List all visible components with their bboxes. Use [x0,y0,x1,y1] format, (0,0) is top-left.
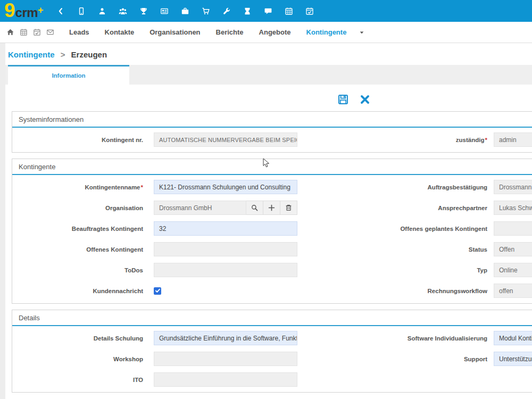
ansprechpartner-input[interactable]: Lukas Schwarz [494,201,532,215]
auftragsbest-tigung-input[interactable]: Drossmann Sch [494,180,532,194]
kontingentenname-input[interactable]: K121- Drossmann Schulungen und Consultin… [154,180,297,194]
details-schulung-input[interactable]: Grundsätzliche Einführung in die Softwar… [154,331,297,345]
kundennachricht-checkbox[interactable] [154,287,161,295]
nav-item-berichte[interactable]: Berichte [216,28,244,36]
support-label: Support [297,356,487,362]
workshop-label: Workshop [12,356,143,362]
form-row: Kontingent nr.AUTOMATISCHE NUMMERVERGABE… [12,129,297,150]
auftragsbest-tigung-label: Auftragsbestätigung [297,184,487,190]
cart-icon[interactable] [202,7,210,15]
form-sections: SysteminformationenKontingent nr.AUTOMAT… [12,111,532,393]
nav-item-kontakte[interactable]: Kontakte [105,28,135,36]
ito-label: ITO [12,377,143,383]
todos-input[interactable] [154,263,297,277]
section-systeminformationen: SysteminformationenKontingent nr.AUTOMAT… [12,111,532,153]
nav-item-leads[interactable]: Leads [69,28,89,36]
kontingentenname-label: Kontingentenname* [12,184,143,190]
ansprechpartner-label: Ansprechpartner [297,205,487,211]
rechnungsworkflow-label: Rechnungsworkflow [297,288,487,294]
breadcrumb-current: Erzeugen [71,50,107,59]
software-individualisierung-input[interactable]: Modul Konting [494,331,532,345]
form-row: StatusOffen [297,239,532,260]
topbar-icon-menu [56,7,326,15]
mobile-icon[interactable] [77,7,86,15]
section-title: Systeminformationen [12,112,532,128]
ito-input[interactable] [154,372,297,387]
home-icon[interactable] [6,28,14,36]
breadcrumb-parent-link[interactable]: Kontingente [8,50,55,59]
delete-button[interactable] [280,201,297,215]
offenes-kontingent-label: Offenes Kontingent [12,246,143,253]
app-logo[interactable]: 9crm+ [4,3,44,19]
calendar-check-icon[interactable] [33,28,41,36]
nav-item-organisationen[interactable]: Organisationen [149,28,200,36]
close-button[interactable] [359,94,371,105]
form-row: OrganisationDrossmann GmbH [12,197,297,218]
form-row: Workshop [12,348,297,369]
organisation-input[interactable]: Drossmann GmbH [154,201,246,215]
section-kontingente: KontingenteKontingentenname*K121- Drossm… [12,159,532,304]
comment-icon[interactable] [264,7,272,15]
tab-strip: Information [5,65,532,85]
section-details: DetailsDetails SchulungGrundsätzliche Ei… [12,310,532,393]
typ-input[interactable]: Online [494,263,532,277]
organisation-lookup: Drossmann GmbH [154,201,297,215]
chevron-down-icon[interactable] [359,29,365,36]
support-input[interactable]: Unterstützung [494,352,532,366]
beauftragtes-kontingent-input[interactable]: 32 [154,221,297,236]
form-row: Details SchulungGrundsätzliche Einführun… [12,328,297,348]
offenes-geplantes-kontingent-input[interactable] [494,221,532,236]
status-label: Status [297,246,487,253]
chevron-left-icon[interactable] [56,7,65,15]
workshop-input[interactable] [154,352,297,366]
briefcase-icon[interactable] [181,7,189,15]
hourglass-icon[interactable] [243,7,252,15]
search-button[interactable] [246,201,263,215]
software-individualisierung-label: Software Individualisierung [297,335,487,342]
trophy-icon[interactable] [139,7,148,15]
wrench-icon[interactable] [222,7,231,15]
add-button[interactable] [263,201,280,215]
zust-ndig-label: zuständig* [297,137,487,143]
breadcrumb: Kontingente > Erzeugen [5,43,532,65]
logo-text: crm [15,6,38,19]
form-row: Offenes geplantes Kontingent [297,218,532,239]
users-icon[interactable] [119,7,127,15]
form-row: zuständig*admin [297,129,532,150]
main-nav: LeadsKontakteOrganisationenBerichteAngeb… [0,22,532,43]
content-panel: Kontingente > Erzeugen Information Syste… [5,43,532,392]
form-content: SysteminformationenKontingent nr.AUTOMAT… [5,93,532,399]
kontingent-nr-label: Kontingent nr. [12,137,143,143]
calendar-icon[interactable] [285,7,293,15]
offenes-geplantes-kontingent-label: Offenes geplantes Kontingent [297,226,487,232]
typ-label: Typ [297,267,487,273]
nav-item-angebote[interactable]: Angebote [259,28,291,36]
form-row: ITO [12,369,297,390]
form-row: SupportUnterstützung [297,348,532,369]
form-row: Offenes Kontingent [12,239,297,260]
record-toolbar [337,93,532,106]
kontingent-nr-input[interactable]: AUTOMATISCHE NUMMERVERGABE BEIM SPEICHER… [154,132,297,147]
check-icon [155,288,161,294]
logo-number: 9 [4,3,15,19]
required-marker: * [141,184,143,190]
form-row: Beauftragtes Kontingent32 [12,218,297,239]
user-icon[interactable] [98,7,106,15]
form-row: TypOnline [297,260,532,280]
form-row: Kundennachricht [12,280,297,301]
form-row: AuftragsbestätigungDrossmann Sch [297,177,532,197]
nav-icon-group [6,28,60,36]
card-icon[interactable] [160,7,169,15]
tab-information[interactable]: Information [8,65,129,85]
envelope-icon[interactable] [46,28,54,36]
nav-item-kontingente[interactable]: Kontingente [306,28,347,36]
save-button[interactable] [337,94,349,105]
details-schulung-label: Details Schulung [12,335,143,342]
status-input[interactable]: Offen [494,242,532,256]
calendar-check-icon[interactable] [305,7,314,15]
rechnungsworkflow-input[interactable]: offen [494,284,532,298]
todos-label: ToDos [12,267,143,273]
calendar-icon[interactable] [20,28,28,36]
zust-ndig-input[interactable]: admin [494,132,532,147]
offenes-kontingent-input[interactable] [154,242,297,256]
